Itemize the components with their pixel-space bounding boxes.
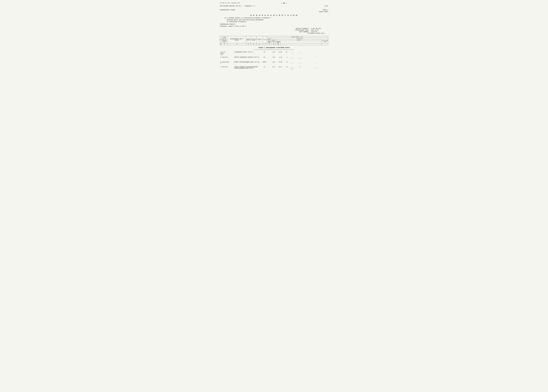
item-4-v2: 12· (296, 66, 304, 70)
idx-6a: 6 (246, 43, 251, 45)
item-2-unit: ШТ (261, 56, 268, 60)
object-name-label: НАИМЕНОВАНИЕ ОБЪЕКТА- (220, 23, 236, 25)
item-1-kol: 1,00 (268, 51, 275, 56)
col-stoimost: СТОИМОСТЬ: РУБ. (257, 36, 263, 43)
col-codes: Н ПРЕЯ-СКУРАН-ТОВ, УСН,РАСЦЕНОК,(ЦЕННИКА… (221, 36, 228, 43)
item-1-cena: 14,00 (275, 51, 282, 56)
doc-code: ТП 702-3-5.83 (220, 2, 230, 4)
idx-5: 5 (251, 43, 257, 45)
item-3-v5 (320, 61, 328, 65)
item-2-v5 (320, 56, 328, 60)
cena-value: 0,06 РУБ. (311, 31, 328, 33)
item-4-cena: 13,10 (275, 66, 282, 70)
desc-line2: ЖЕЛЕЗНОЙ ДОРОГИ ДЛЯ РАЗГРУЗКИ ВАГОНОВ-ЗЕ… (227, 19, 328, 21)
item-2-code: 2.410=127=2 (220, 56, 234, 60)
item-3-v1: ·--------· (288, 61, 296, 65)
stroit-label: СТРОИТЕЛЬНЫЙ ОБЪЕМ (288, 29, 311, 31)
item-4-vsego: 13 (282, 66, 288, 70)
object-label: НАИМЕНОВАНИЕ СТРОЙКИ- (220, 9, 236, 11)
col-osnovnaya: ОСНОВНАЯМАШИН (276, 41, 281, 43)
item-3-v2: ··--------· (296, 61, 304, 65)
sostavlena-label: СОСТАВЛЕНА В ЦЕНАХ 1984 Г. (305, 33, 328, 34)
section1-underline: ════════════════════════════════════════… (220, 49, 328, 50)
smetna-label: СМЕТНАЯ СТОИМОСТЬ (288, 28, 311, 29)
col-pryamye: ПРЯМЫЕЗАТРАТ (267, 41, 272, 43)
items-table: 1.62-03 АОП,2 П,41 =ТЕЛЕФОННЫЙ АППАРАТ Т… (220, 51, 328, 70)
item-4-v3: · (304, 66, 312, 70)
stroit-value: 3393,70 М3 (311, 29, 328, 31)
col-chistaya: ЧИСТАЯПРОАУК-ЦИЯ (272, 39, 276, 43)
item-1-unit: ШТ (261, 51, 268, 56)
item-4-v1: ·=·------·12 (288, 66, 296, 70)
idx-9: 9 (272, 43, 276, 45)
col-zarplata: ЗАРПЛАТА (276, 39, 322, 41)
idx-3: 3 (228, 43, 246, 45)
item-1-code: 1.62-03 АОП,2 П,41 (220, 51, 234, 56)
col-norm: НОРМ.УСЛОВНО- (267, 38, 272, 41)
item-4-code: 4.410=110=1 (220, 66, 234, 70)
desc-line3: НА СЛАБОТОЧНЫЕ УСТРОЙСТВА (227, 21, 328, 23)
item-1-v3: ·· (304, 51, 312, 56)
item-2-name: =МОНТАЖ ТЕЛЕФОННОГО АППАРАТА ТАСT=70 (234, 56, 261, 60)
item-2-kol: 1,00 (268, 56, 275, 60)
summary-block: СМЕТНАЯ СТОИМОСТЬ 0,188 ТМС.РУБ. СТРОИТЕ… (220, 28, 328, 34)
item-2-v2: ··--------· (296, 56, 304, 60)
item-4-v5 (320, 66, 328, 70)
col-v-tom-chisle: В ТОМ ЧИСЛЕ: (272, 38, 328, 39)
table-header-index-row: 1 2 3 6 5 6 7 8 9 10 (220, 43, 328, 45)
item-4-kol: 1,00 (268, 66, 275, 70)
desc-line1: НА К ТИПОВОМУ ПРОЕКТУ НА СТРОИТЕЛЬСТВО П… (225, 17, 328, 19)
col-vsego: ВСЕГО (263, 36, 267, 43)
section1-title: РАЗДЕЛ 1; ОБОРУДОВАНИЕ И МОНТАЖНЫЕ РАБОТ… (259, 47, 290, 48)
doc-number: 11149 (324, 5, 328, 7)
item-3-unit: КОМПЛ. (261, 61, 268, 65)
cena-label: ЦЕНА ЕДИНИЦЫ (288, 31, 311, 33)
idx-10b (281, 43, 322, 45)
item-4-unit: ШТ (261, 66, 268, 70)
item-4-row: 4.410=110=1 =МОНТАЖ КОМПЛЕКТА ПРОИЗВОДСТ… (220, 66, 328, 70)
item-2-spacer (220, 60, 328, 61)
item-1-spacer (220, 56, 328, 56)
table-header-row-1: Н Н ПРЕЯ-СКУРАН-ТОВ, УСН,РАСЦЕНОК,(ЦЕННИ… (220, 36, 328, 38)
item-3-cena: 67,00 (275, 61, 282, 65)
main-title: Л О К А Л Ь Н А Я С М Е Т А 1-6-П (220, 14, 328, 16)
idx-10: 10 (276, 43, 281, 45)
col-ekspluataciya: ЭКСПЛУАТАЦИЯТАЧИЯ (322, 39, 328, 43)
item-2-v4: ·· ·· (312, 56, 320, 60)
item-1-vsego: 14· (282, 51, 288, 56)
idx-8: 8 (267, 43, 272, 45)
item-3-spacer (220, 65, 328, 66)
item-3-kol: 1,00 (268, 61, 275, 65)
col-kolichestvo: КОЛИЧЕСТВО ЕДИНИЦ (251, 36, 257, 43)
col-n: Н (220, 36, 221, 43)
item-2-v3: · (304, 56, 312, 60)
idx-6b: 6 (257, 43, 263, 45)
document-header: ТП 702-3-5.83 Альбом 4.85 — 74 — ПРОГРАМ… (220, 2, 328, 13)
item-1-row-1: 1.62-03 АОП,2 П,41 =ТЕЛЕФОННЫЙ АППАРАТ Т… (220, 51, 328, 56)
item-2-row: 2.410=127=2 =МОНТАЖ ТЕЛЕФОННОГО АППАРАТА… (220, 56, 328, 60)
idx-1: 1 (220, 43, 221, 45)
item-1-v4: · (312, 51, 320, 56)
page-number: — 74 — (240, 2, 328, 4)
item-4-name: =МОНТАЖ КОМПЛЕКТА ПРОИЗВОДСТВЕННОЙ ГРОМК… (234, 66, 261, 70)
item-2-cena: 0,46 (275, 56, 282, 60)
object-num-label: ОБЪЕКТ НОМЕР (319, 11, 328, 13)
idx-10c (322, 43, 328, 45)
item-2-vsego: 1 (282, 56, 288, 60)
album: Альбом 4.85 (231, 2, 240, 4)
description-block: НА К ТИПОВОМУ ПРОЕКТУ НА СТРОИТЕЛЬСТВО П… (225, 17, 328, 23)
main-table: Н Н ПРЕЯ-СКУРАН-ТОВ, УСН,РАСЦЕНОК,(ЦЕННИ… (220, 36, 328, 45)
item-4-v4: ··--------·· (312, 66, 320, 70)
idx-7: 7 (263, 43, 267, 45)
item-1-v2: ·---·---- (296, 51, 304, 56)
item-3-code: 3.16022=2002= 5 (220, 61, 234, 65)
section1-header: РАЗДЕЛ 1; ОБОРУДОВАНИЕ И МОНТАЖНЫЕ РАБОТ… (220, 47, 328, 50)
col-unit: ЕДИНИЦА ИЗМЕР. (246, 36, 251, 43)
item-1-v5: ·· (320, 51, 328, 56)
basis-label: ОСНОВАНИЕ: АЛЬБОМ 1 4АСТЬ СС ЛИСТ 2 (220, 26, 246, 27)
col-name: НАИМЕНОВАНИЕ РАБОТ И ЗАТРАТ (228, 36, 246, 43)
item-3-row: 3.16022=2002= 5 ПРИБОР ГРОМКОГОВОРЯЩЕЙ С… (220, 61, 328, 65)
col-obshchaya-header: ОБЩАЯ СТОИМОСТЬ, РУБ. (267, 36, 328, 38)
item-2-v1: ·--------·· (288, 56, 296, 60)
item-3-v3: · (304, 61, 312, 65)
